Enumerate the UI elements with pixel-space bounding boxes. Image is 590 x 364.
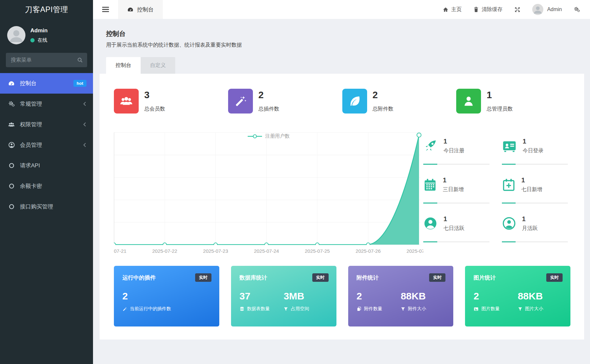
page-title: 控制台 xyxy=(106,29,583,38)
magic-wand-icon xyxy=(122,307,127,311)
calendar-icon xyxy=(423,177,437,192)
filter-icon xyxy=(284,307,288,311)
search-icon[interactable] xyxy=(77,57,83,63)
realtime-badge: 实时 xyxy=(195,273,211,282)
expand-icon xyxy=(514,7,520,13)
summary-cards-row: 运行中的插件 实时 2 当前运行中的插件数 数据库统计 xyxy=(114,266,570,326)
user-circle-outline-icon xyxy=(502,216,516,231)
mini-stat-progress xyxy=(423,241,489,242)
realtime-badge: 实时 xyxy=(429,273,445,282)
circle-o-icon xyxy=(8,162,15,169)
sidebar-item-api-purchase[interactable]: 接口购买管理 xyxy=(0,196,93,217)
realtime-badge: 实时 xyxy=(312,273,329,282)
sidebar-item-label: 请求API xyxy=(20,162,40,169)
clear-cache-link[interactable]: 清除缓存 xyxy=(474,6,503,13)
registrations-chart: 注册用户数 07-212025-07-222025-07-232025-07-2… xyxy=(114,132,423,257)
home-link[interactable]: 主页 xyxy=(443,6,462,13)
chart-x-tick: 2025-07-26 xyxy=(356,248,381,254)
trash-icon xyxy=(474,7,479,12)
circle-o-icon xyxy=(8,204,15,210)
mini-stat-today-registered: 1 今日注册 xyxy=(423,132,492,171)
user-avatar-icon xyxy=(532,4,543,15)
mini-stat-progress xyxy=(423,203,489,204)
mini-stat-today-login: 1 今日登录 xyxy=(502,132,571,171)
tab-dashboard[interactable]: 控制台 xyxy=(118,0,163,19)
stat-total-attachments: 2 总附件数 xyxy=(342,89,457,114)
tab-label: 控制台 xyxy=(137,6,154,13)
metric-value: 2 xyxy=(474,291,518,301)
gears-icon xyxy=(574,6,580,13)
mini-stat-value: 1 xyxy=(443,176,464,184)
chart-x-tick: 2025-07-24 xyxy=(254,248,279,254)
stat-value: 2 xyxy=(258,90,279,100)
sidebar-item-label: 权限管理 xyxy=(20,121,42,128)
sidebar-item-permissions[interactable]: 权限管理 xyxy=(0,114,93,135)
home-label: 主页 xyxy=(451,6,462,13)
stat-value: 2 xyxy=(373,90,394,100)
metric-label: 附件大小 xyxy=(408,306,426,312)
copy-icon xyxy=(357,306,362,311)
search-input[interactable] xyxy=(6,53,87,67)
tab-custom[interactable]: 自定义 xyxy=(141,57,175,74)
mini-stat-value: 1 xyxy=(443,138,464,145)
sidebar-item-request-api[interactable]: 请求API xyxy=(0,155,93,176)
sidebar-item-label: 常规管理 xyxy=(20,100,42,108)
realtime-badge: 实时 xyxy=(546,273,563,282)
sidebar-item-label: 会员管理 xyxy=(20,141,42,149)
metric-label: 图片大小 xyxy=(525,306,543,312)
stat-label: 总会员数 xyxy=(144,106,165,113)
topbar-user-name: Admin xyxy=(547,7,562,12)
sidebar-item-dashboard[interactable]: 控制台 hot xyxy=(0,73,93,94)
rocket-icon xyxy=(423,139,438,153)
mini-stat-7day-active: 1 七日活跃 xyxy=(423,210,492,249)
mini-stat-3day-new: 1 三日新增 xyxy=(423,171,492,210)
fullscreen-button[interactable] xyxy=(514,7,520,13)
mini-stat-month-active: 1 月活跃 xyxy=(502,210,571,249)
sidebar-user-status: 在线 xyxy=(38,37,47,43)
user-avatar-icon xyxy=(7,26,25,44)
main-area: 控制台 主页 清除缓存 Admin xyxy=(93,0,590,364)
page-header: 控制台 用于展示当前系统中的统计数据、统计报表及重要实时数据 xyxy=(93,19,590,49)
metric-value: 2 xyxy=(122,291,211,301)
user-circle-icon xyxy=(8,142,15,148)
stat-value: 3 xyxy=(144,90,165,100)
legend-marker-icon xyxy=(248,134,262,139)
chart-x-axis-labels: 07-212025-07-222025-07-232025-07-242025-… xyxy=(114,248,423,257)
card-attachment-stats: 附件统计 实时 2 附件数量 88KB xyxy=(348,266,454,326)
database-icon xyxy=(240,306,244,311)
avatar xyxy=(532,4,543,15)
tab-console[interactable]: 控制台 xyxy=(106,57,141,74)
metric-label: 数据表数量 xyxy=(247,306,270,312)
settings-button[interactable] xyxy=(574,6,580,13)
chevron-left-icon xyxy=(83,143,86,147)
chart-legend[interactable]: 注册用户数 xyxy=(114,133,423,139)
topbar-user-menu[interactable]: Admin xyxy=(532,4,562,15)
online-status-dot xyxy=(30,38,35,42)
mini-stat-progress xyxy=(502,203,568,204)
mini-stat-label: 今日登录 xyxy=(523,147,544,154)
card-running-plugins: 运行中的插件 实时 2 当前运行中的插件数 xyxy=(114,266,219,326)
stat-label: 总附件数 xyxy=(373,106,394,113)
chart-x-tick: 2025-07-23 xyxy=(203,248,228,254)
avatar[interactable] xyxy=(7,26,25,44)
sidebar-item-balance-cards[interactable]: 余额卡密 xyxy=(0,176,93,196)
mini-stat-progress xyxy=(423,164,489,165)
hamburger-icon[interactable] xyxy=(93,0,118,19)
sidebar-item-general[interactable]: 常规管理 xyxy=(0,94,93,114)
magic-wand-icon xyxy=(228,89,253,114)
mini-stat-progress xyxy=(502,164,568,165)
mini-stat-7day-new: 1 七日新增 xyxy=(502,171,571,210)
sidebar-item-members[interactable]: 会员管理 xyxy=(0,135,93,155)
stat-total-plugins: 2 总插件数 xyxy=(228,89,342,114)
mini-stat-label: 三日新增 xyxy=(443,186,464,193)
mini-stat-progress xyxy=(502,241,568,242)
mini-stat-label: 七日新增 xyxy=(521,186,542,193)
mini-stat-label: 七日活跃 xyxy=(443,225,464,232)
metric-label: 附件数量 xyxy=(364,306,382,312)
chart-plot-area xyxy=(114,132,423,245)
chevron-left-icon xyxy=(83,122,86,127)
sidebar-item-label: 控制台 xyxy=(20,80,37,87)
sidebar: 刀客API管理 Admin 在线 控制台 hot xyxy=(0,0,93,364)
card-image-stats: 图片统计 实时 2 图片数量 88KB xyxy=(465,266,570,326)
mini-stat-label: 今日注册 xyxy=(443,147,464,154)
